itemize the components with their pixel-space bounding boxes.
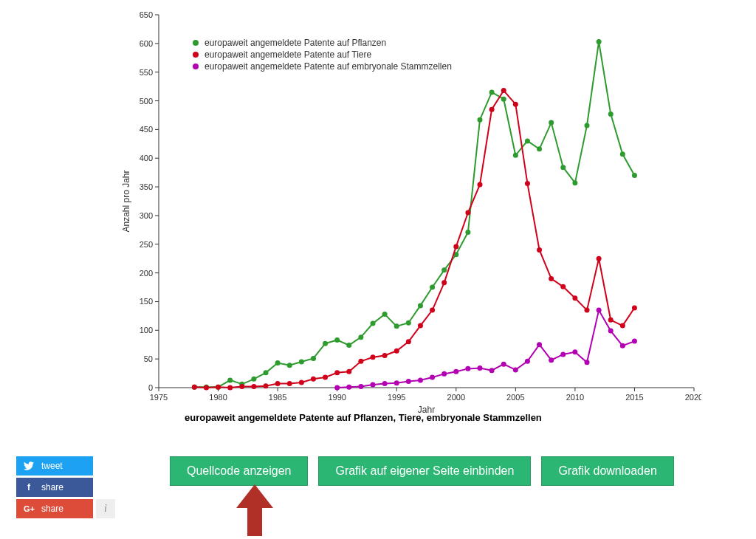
chart-svg: 0501001502002503003504004505005506006501… [118,4,701,417]
facebook-label: share [41,482,63,492]
svg-text:Anzahl pro Jahr: Anzahl pro Jahr [121,170,131,232]
svg-text:400: 400 [140,154,153,162]
series-point [560,284,566,289]
series-point [287,381,292,386]
svg-text:1990: 1990 [328,393,346,402]
series-point [346,369,351,374]
series-point [572,349,577,354]
show-source-button[interactable]: Quellcode anzeigen [170,456,308,486]
series-point [251,377,256,382]
series-point [371,320,376,326]
series-point [585,308,590,313]
googleplus-share-button[interactable]: G+ share [16,499,93,518]
googleplus-icon: G+ [24,504,34,513]
series-point [537,146,542,151]
series-point [371,382,376,388]
series-point [585,360,590,365]
svg-text:200: 200 [140,269,153,278]
social-buttons: tweet f share G+ share i [16,456,120,521]
legend-label: europaweit angemeldete Patente auf embry… [205,61,452,72]
series-point [597,256,602,261]
series-point [560,351,566,357]
facebook-share-button[interactable]: f share [16,478,93,497]
series-point [192,385,197,390]
series-point [572,295,577,301]
series-point [299,360,304,365]
series-point [549,276,554,281]
series-point [382,381,388,386]
series-point [549,357,554,363]
series-point [394,380,399,385]
series-point [394,323,399,329]
svg-text:600: 600 [140,39,153,48]
download-button[interactable]: Grafik downloaden [541,456,673,486]
svg-text:0: 0 [148,383,153,392]
svg-text:150: 150 [140,297,153,306]
series-point [513,153,518,158]
series-point [620,343,625,349]
series-point [478,117,483,123]
series-point [227,377,233,382]
pointer-arrow-icon [236,484,273,536]
series-point [430,285,435,290]
info-button[interactable]: i [96,499,115,518]
svg-text:1975: 1975 [150,393,168,402]
series-point [525,359,530,364]
series-point [572,180,577,185]
series-line [194,42,634,388]
series-point [334,385,340,391]
series-point [465,230,470,235]
series-point [597,39,602,44]
series-point [239,384,244,389]
series-point [453,369,458,374]
series-point [585,123,590,128]
svg-text:2005: 2005 [506,393,524,402]
series-point [311,377,316,382]
series-point [513,102,518,107]
series-point [560,165,566,170]
series-point [358,359,363,364]
series-point [478,365,483,371]
legend-dot [193,52,199,58]
svg-text:2010: 2010 [566,393,584,402]
series-point [441,267,447,272]
series-point [382,312,388,317]
tweet-button[interactable]: tweet [16,456,93,476]
series-point [453,244,458,249]
svg-text:450: 450 [140,125,153,134]
chart-container: 0501001502002503003504004505005506006501… [118,4,701,417]
series-point [501,362,506,367]
series-line [194,91,634,388]
svg-text:2015: 2015 [625,393,643,402]
series-point [227,385,233,391]
series-point [549,120,554,126]
series-point [537,342,542,347]
svg-text:2000: 2000 [447,393,465,402]
series-point [501,97,506,102]
svg-text:1980: 1980 [209,393,227,402]
series-point [382,353,388,358]
series-point [465,210,470,216]
series-point [204,385,209,391]
twitter-icon [24,461,34,470]
series-point [275,360,281,365]
series-point [323,375,328,380]
series-point [620,151,625,157]
series-point [275,381,281,386]
series-point [334,337,340,343]
svg-text:100: 100 [140,326,153,334]
legend-dot [193,63,199,69]
series-point [299,380,304,385]
series-point [441,280,447,285]
series-point [608,111,614,117]
series-point [489,368,495,373]
embed-button[interactable]: Grafik auf eigener Seite einbinden [318,456,531,486]
svg-text:50: 50 [144,354,153,363]
series-point [441,371,447,377]
series-point [430,308,435,313]
series-point [478,182,483,187]
svg-text:250: 250 [140,240,153,249]
facebook-icon: f [24,482,34,492]
series-point [406,320,411,326]
svg-text:650: 650 [140,10,153,19]
